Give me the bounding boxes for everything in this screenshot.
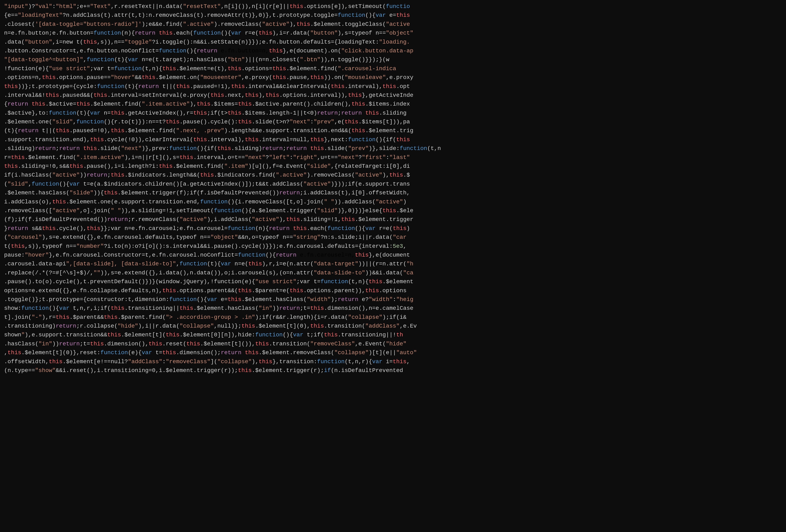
code-line: .hasClass("in"))return;t=this.dimension(… xyxy=(4,339,782,348)
code-line: .button.Constructor=t,e.fn.button.noConf… xyxy=(4,46,782,55)
code-line: .options=n,this.options.pause=="hover"&&… xyxy=(4,73,782,82)
code-line: r=this.$element.find(".item.active"),i=n… xyxy=(4,153,782,162)
code-line: "input")?"val":"html";e+="Text",r.resetT… xyxy=(4,2,782,11)
code-line: show:function(){var t,n,r,i;if(this.tran… xyxy=(4,304,782,313)
code-line: pause:"hover"},e.fn.carousel.Constructor… xyxy=(4,251,782,260)
code-line: !function(e){"use strict";var t=function… xyxy=(4,64,782,73)
code-line: .replace(/.*(?=#[^\s]+$)/,"")),s=e.exten… xyxy=(4,268,782,277)
code-line: {e=="loadingText"?n.addClass(t).attr(t,t… xyxy=(4,11,782,20)
code-line: }return s&&this.cycle(),this}};var n=e.f… xyxy=(4,224,782,233)
code-line: options=e.extend({},e.fn.collapse.defaul… xyxy=(4,286,782,295)
code-line: .$element.one("slid",function(){r.to(t)}… xyxy=(4,117,782,126)
code-line: shown"),e.support.transition&&this.$elem… xyxy=(4,331,782,339)
code-line: .offsetWidth,this.$element[e!==null?"add… xyxy=(4,357,782,366)
code-line: i.addClass(o),this.$element.one(e.suppor… xyxy=(4,197,782,206)
code-line: .support.transition.end),this.cycle(!0))… xyxy=(4,135,782,144)
code-line: (f);if(f.isDefaultPrevented())return;r.r… xyxy=(4,215,782,224)
code-display: "input")?"val":"html";e+="Text",r.resetT… xyxy=(0,0,786,532)
code-line: .transitioning)return;r.collapse("hide")… xyxy=(4,322,782,331)
code-line: .closest('[data-toggle="buttons-radio"]'… xyxy=(4,20,782,29)
code-line: {return this.$active=this.$element.find(… xyxy=(4,100,782,108)
code-line: .removeClass(["active",o].join(" ")),a.s… xyxy=(4,206,782,215)
code-line: this))};t.prototype={cycle:function(t){r… xyxy=(4,82,782,91)
code-line: .$active},to:function(t){var n=this.getA… xyxy=(4,108,782,117)
code-line: .data("button",i=new t(this,s)),n=="togg… xyxy=(4,38,782,46)
code-line: .carousel.data-api",[data-slide], [data-… xyxy=(4,260,782,268)
code-line: this.sliding=!0,s&&this.pause(),i=i.leng… xyxy=(4,162,782,171)
code-line: t(this,s)),typeof n=="number"?i.to(n):o?… xyxy=(4,242,782,251)
code-line: (t){return t||(this.paused=!0),this.$ele… xyxy=(4,126,782,135)
code-line: .sliding)return;return this.slide("next"… xyxy=(4,144,782,153)
code-line: .interval&&!this.paused&&(this.interval=… xyxy=(4,91,782,100)
code-line: .pause().to(o).cycle(),t.preventDefault(… xyxy=(4,277,782,286)
code-line: "[data-toggle^=button]",function(t){var … xyxy=(4,55,782,64)
code-line: t].join("-"),r=this.$parent&&this.$paren… xyxy=(4,313,782,322)
code-line: ("carousel"),s=e.extend({},e.fn.carousel… xyxy=(4,233,782,242)
code-line: n=e.fn.button;e.fn.button=function(n){re… xyxy=(4,29,782,38)
code-line: .$element.hasClass("slide")){this.$eleme… xyxy=(4,189,782,197)
code-line: if(i.hasClass("active"))return;this.$ind… xyxy=(4,171,782,179)
code-line: ("slid",function(){var t=e(a.$indicators… xyxy=(4,180,782,189)
code-line: ,this.$element[t](0)},reset:function(e){… xyxy=(4,348,782,357)
code-line: .toggle()};t.prototype={constructor:t,di… xyxy=(4,295,782,304)
code-line: (n.type=="show"&&i.reset(),i.transitioni… xyxy=(4,366,782,375)
